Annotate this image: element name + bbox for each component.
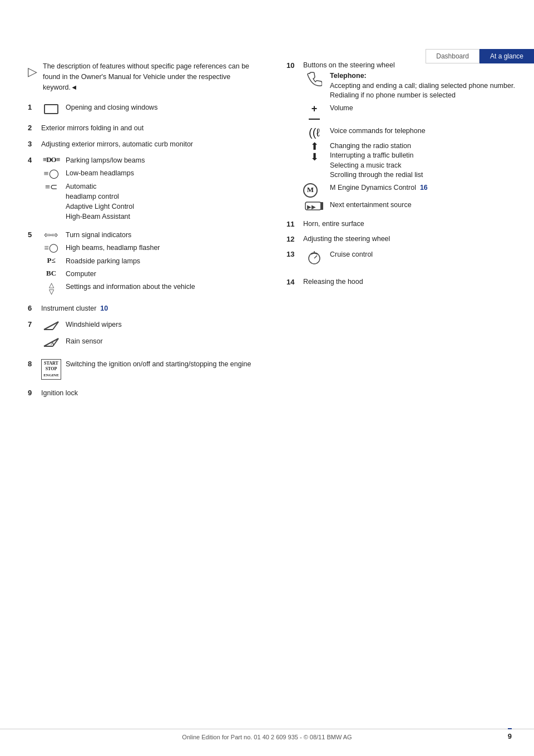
item-12-title: Adjusting the steering wheel [303, 235, 390, 243]
wipers-icon [41, 320, 61, 334]
item-10-m-link[interactable]: 16 [420, 184, 428, 192]
main-content: ▷ The description of features without sp… [28, 61, 517, 711]
window-icon [41, 102, 61, 115]
item-14-title: Releasing the hood [303, 278, 363, 286]
item-4a-text: Parking lamps/low beams [66, 155, 145, 165]
item-1-num: 1 [28, 102, 37, 113]
item-6-link[interactable]: 10 [100, 305, 108, 312]
right-column: 10 Buttons on the steering wheel Telepho… [281, 61, 517, 711]
item-3: 3 Adjusting exterior mirrors, automatic … [28, 139, 259, 150]
item-5: 5 ⇦⇨ Turn signal indicators ≡◯ High beam… [28, 230, 259, 298]
highbeam-flasher-icon: ≡◯ [41, 243, 61, 253]
item-2-num: 2 [28, 123, 37, 134]
item-14: 14 Releasing the hood [286, 278, 517, 286]
volume-icon: +— [303, 104, 325, 124]
item-10-m-text: M Engine Dynamics Control 16 [330, 183, 428, 193]
item-10-subitems: Telephone: Accepting and ending a call; … [303, 71, 517, 213]
turn-signal-icon: ⇦⇨ [41, 230, 61, 240]
item-13-text: Cruise control [330, 250, 373, 260]
lowbeam-icon: ≡◯ [41, 168, 61, 179]
item-8-text: Switching the ignition on/off and starti… [66, 359, 251, 369]
item-10-radio-text: Changing the radio station Interrupting … [330, 141, 423, 180]
item-6: 6 Instrument cluster 10 [28, 303, 259, 314]
autolamp-icon: ≡⊂ [41, 181, 61, 192]
bc-icon: BC [41, 269, 61, 278]
item-1: 1 Opening and closing windows [28, 102, 259, 117]
item-3-num: 3 [28, 139, 37, 150]
left-column: ▷ The description of features without sp… [28, 61, 264, 711]
item-3-text: Adjusting exterior mirrors, automatic cu… [41, 139, 259, 149]
intro-text: The description of features without spec… [43, 61, 259, 92]
item-1-text: Opening and closing windows [66, 102, 157, 112]
item-10-volume-text: Volume [330, 104, 353, 114]
item-11-num: 11 [286, 220, 299, 228]
info-icon: ▷ [28, 62, 37, 92]
item-14-num: 14 [286, 278, 299, 286]
item-11: 11 Horn, entire surface [286, 220, 517, 228]
startstop-icon: STARTSTOPENGINE [41, 359, 61, 380]
item-12-num: 12 [286, 235, 299, 243]
item-10-radio: ⬆⬇ Changing the radio station Interrupti… [303, 141, 517, 180]
item-7-num: 7 [28, 320, 37, 330]
voice-icon: ((ℓ [303, 126, 325, 139]
item-5e-text: Settings and information about the vehic… [66, 282, 195, 292]
item-6-text: Instrument cluster 10 [41, 303, 259, 313]
item-10-telephone-text: Telephone: Accepting and ending a call; … [330, 71, 517, 101]
item-1-content: Opening and closing windows [41, 102, 259, 117]
item-9-text: Ignition lock [41, 388, 259, 398]
parking-lamp-icon: ≡DO≡ [41, 155, 61, 164]
item-10: 10 Buttons on the steering wheel Telepho… [286, 61, 517, 213]
radio-music-icon: ⬆⬇ [303, 141, 325, 164]
item-2: 2 Exterior mirrors folding in and out [28, 123, 259, 134]
footer-text: Online Edition for Part no. 01 40 2 609 … [182, 734, 352, 740]
svg-line-12 [314, 256, 317, 258]
item-7a-text: Windshield wipers [66, 320, 122, 330]
item-6-num: 6 [28, 303, 37, 314]
item-9: 9 Ignition lock [28, 388, 259, 399]
svg-text:▶▶: ▶▶ [307, 204, 316, 210]
item-8-num: 8 [28, 359, 37, 370]
item-10-volume: +— Volume [303, 104, 517, 124]
item-10-m-engine: M M Engine Dynamics Control 16 [303, 183, 517, 198]
item-13-num: 13 [286, 250, 299, 258]
item-10-voice-text: Voice commands for telephone [330, 126, 426, 136]
item-2-text: Exterior mirrors folding in and out [41, 123, 259, 133]
m-engine-icon: M [303, 183, 325, 198]
item-7b-text: Rain sensor [66, 336, 103, 346]
cruise-control-icon [303, 250, 325, 268]
item-11-title: Horn, entire surface [303, 220, 364, 228]
settings-triangle-icon: △▽ [41, 282, 61, 295]
intro-box: ▷ The description of features without sp… [28, 61, 259, 92]
rain-sensor-icon: A [41, 336, 61, 351]
item-5b-text: High beams, headlamp flasher [66, 243, 160, 253]
item-10-next-text: Next entertainment source [330, 200, 412, 210]
svg-rect-9 [320, 202, 323, 210]
svg-text:A: A [51, 341, 55, 346]
item-10-telephone: Telephone: Accepting and ending a call; … [303, 71, 517, 101]
item-10-next: ▶▶ Next entertainment source [303, 200, 517, 214]
item-4c-text: Automaticheadlamp controlAdaptive Light … [66, 181, 134, 222]
item-10-num: 10 [286, 61, 299, 70]
item-9-num: 9 [28, 388, 37, 399]
roadside-parking-icon: P≤ [41, 256, 61, 265]
item-13: 13 Cruise control [286, 250, 517, 271]
phone-icon [303, 71, 325, 90]
footer: Online Edition for Part no. 01 40 2 609 … [0, 729, 534, 740]
item-5a-text: Turn signal indicators [66, 230, 131, 240]
item-4-num: 4 [28, 155, 37, 166]
item-5d-text: Computer [66, 269, 96, 279]
item-4: 4 ≡DO≡ Parking lamps/low beams ≡◯ Low-be… [28, 155, 259, 225]
item-5c-text: Roadside parking lamps [66, 256, 140, 266]
item-10-voice: ((ℓ Voice commands for telephone [303, 126, 517, 139]
item-5-num: 5 [28, 230, 37, 240]
item-7: 7 Windshield wipers [28, 320, 259, 354]
item-8: 8 STARTSTOPENGINE Switching the ignition… [28, 359, 259, 382]
item-12: 12 Adjusting the steering wheel [286, 235, 517, 243]
page-number: 9 [508, 728, 512, 740]
item-4b-text: Low-beam headlamps [66, 168, 134, 178]
item-10-title: Buttons on the steering wheel [303, 61, 395, 69]
next-entertainment-icon: ▶▶ [303, 200, 325, 214]
